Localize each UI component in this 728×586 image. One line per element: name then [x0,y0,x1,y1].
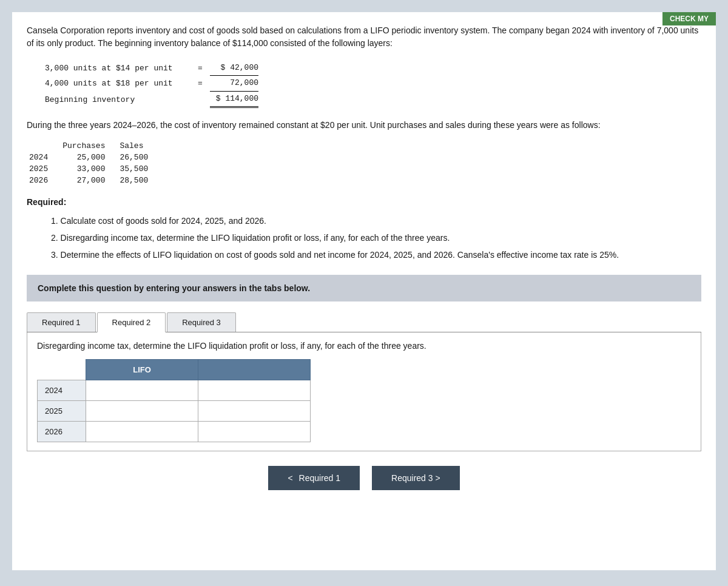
input-cell-2024-2[interactable] [198,380,311,400]
corner-badge: CHECK MY [662,12,716,25]
row-sales-2025: 35,500 [117,163,160,175]
row-sales-2026: 28,500 [117,175,160,186]
answer-row-2025: 2025 [38,400,311,421]
col-year [27,140,60,152]
inv-val-2: 72,000 [210,76,258,91]
col-sales: Sales [117,140,160,152]
inventory-block: 3,000 units at $14 per unit = $ 42,000 4… [45,61,701,108]
input-cell-2025-2[interactable] [198,400,311,421]
next-button[interactable]: Required 3 > [372,466,460,490]
inv-eq-2: = [195,76,205,90]
lifo-header-2 [198,359,311,380]
col-purchases: Purchases [60,140,117,152]
prev-btn-text: Required 1 [299,473,341,483]
next-button-label: Required 3 > [391,473,440,483]
tab-required-1[interactable]: Required 1 [27,312,96,332]
answer-table-wrapper: LIFO 2024 2025 [37,359,691,442]
tab-instruction: Disregarding income tax, determine the L… [37,341,691,351]
required-item-3: 3. Determine the effects of LIFO liquida… [51,248,701,263]
answer-row-2026: 2026 [38,421,311,442]
purchases-sales-table: Purchases Sales 2024 25,000 26,500 2025 … [27,140,160,186]
input-2024-2[interactable] [198,380,310,400]
tab-required-2[interactable]: Required 2 [97,312,166,332]
required-heading: Required: [27,197,701,207]
input-cell-2025-1[interactable] [86,400,198,421]
row-sales-2024: 26,500 [117,152,160,163]
intro-text: Cansela Corporation reports inventory an… [27,24,701,50]
bottom-buttons: <Required 1 Required 3 > [27,466,701,490]
input-cell-2026-2[interactable] [198,421,311,442]
inv-val-3: $ 114,000 [210,92,258,108]
input-2026-2[interactable] [198,422,310,442]
input-cell-2024-1[interactable] [86,380,198,400]
input-2025-2[interactable] [198,401,310,421]
answer-table: LIFO 2024 2025 [37,359,311,442]
answer-row-2024: 2024 [38,380,311,400]
table-row: 2026 27,000 28,500 [27,175,160,186]
empty-header-cell [38,359,86,380]
tabs-container: Required 1 Required 2 Required 3 [27,312,701,332]
required-item-2: 2. Disregarding income tax, determine th… [51,231,701,246]
table-row: 2024 25,000 26,500 [27,152,160,163]
paragraph-text: During the three years 2024–2026, the co… [27,119,701,132]
tab-required-3[interactable]: Required 3 [167,312,236,332]
input-cell-2026-1[interactable] [86,421,198,442]
tab-content-area: Disregarding income tax, determine the L… [27,332,701,451]
prev-arrow-icon: < [288,473,292,483]
year-cell-2026: 2026 [38,421,86,442]
instructions-box: Complete this question by entering your … [27,275,701,301]
inventory-row-2: 4,000 units at $18 per unit = 72,000 [45,76,701,91]
row-year-2026: 2026 [27,175,60,186]
row-year-2025: 2025 [27,163,60,175]
inv-eq-1: = [195,61,205,75]
required-list: 1. Calculate cost of goods sold for 2024… [39,214,701,262]
inv-label-2: 4,000 units at $18 per unit [45,76,190,90]
lifo-header: LIFO [86,359,198,380]
year-cell-2024: 2024 [38,380,86,400]
inventory-row-1: 3,000 units at $14 per unit = $ 42,000 [45,61,701,76]
row-purchases-2025: 33,000 [60,163,117,175]
row-purchases-2026: 27,000 [60,175,117,186]
required-item-1: 1. Calculate cost of goods sold for 2024… [51,214,701,229]
inv-label-3: Beginning inventory [45,93,190,107]
input-2025-1[interactable] [86,401,198,421]
inventory-row-3: Beginning inventory $ 114,000 [45,92,701,108]
inv-label-1: 3,000 units at $14 per unit [45,61,190,75]
row-purchases-2024: 25,000 [60,152,117,163]
main-container: CHECK MY Cansela Corporation reports inv… [12,12,716,570]
prev-button[interactable]: <Required 1 [268,466,360,490]
inv-val-1: $ 42,000 [210,61,258,76]
input-2024-1[interactable] [86,380,198,400]
year-cell-2025: 2025 [38,400,86,421]
row-year-2024: 2024 [27,152,60,163]
input-2026-1[interactable] [86,422,198,442]
table-row: 2025 33,000 35,500 [27,163,160,175]
